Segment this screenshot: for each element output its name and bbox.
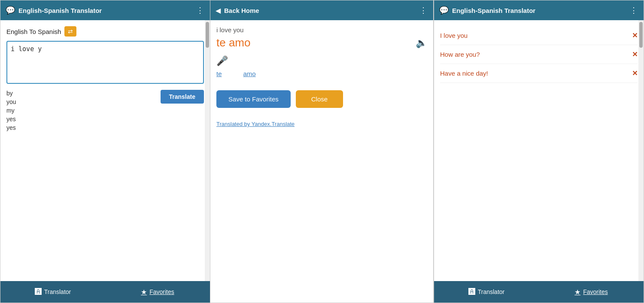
favorite-delete-button[interactable]: ✕ (632, 31, 638, 40)
left-translator-tab[interactable]: 🅰 Translator (0, 281, 105, 303)
left-dots-menu[interactable]: ⋮ (196, 6, 205, 15)
left-header-title: English-Spanish Translator (18, 7, 196, 14)
right-favorites-tab[interactable]: ★ Favorites (539, 281, 644, 303)
yandex-link[interactable]: Translated by Yandex.Translate (216, 121, 427, 127)
suggestions-list: by you my yes yes (6, 90, 16, 131)
suggestion-my[interactable]: my (6, 107, 16, 114)
middle-body: i love you te amo 🔈 🎤 te amo Save to Fav… (210, 20, 433, 303)
left-panel: 💬 English-Spanish Translator ⋮ English T… (0, 0, 210, 303)
right-body: I love you✕How are you?✕Have a nice day!… (434, 20, 644, 281)
translated-text: te amo (216, 36, 251, 49)
right-chat-icon: 💬 (439, 6, 449, 15)
right-footer: 🅰 Translator ★ Favorites (434, 281, 644, 303)
right-translator-tab-label: Translator (478, 288, 505, 295)
left-translator-tab-label: Translator (44, 288, 71, 295)
lang-toggle-label: English To Spanish (6, 28, 61, 35)
favorite-text: How are you? (440, 51, 480, 58)
lang-toggle-row: English To Spanish ⇄ (6, 26, 204, 37)
suggestion-yes2[interactable]: yes (6, 124, 16, 131)
middle-panel: ◀ Back Home ⋮ i love you te amo 🔈 🎤 te a… (210, 0, 434, 303)
chat-icon: 💬 (6, 6, 15, 15)
mic-row: 🎤 (216, 55, 427, 67)
source-text: i love you (216, 26, 427, 34)
favorites-list: I love you✕How are you?✕Have a nice day!… (440, 26, 638, 83)
word-breakdown: te amo (216, 70, 427, 77)
middle-actions: Save to Favorites Close (216, 90, 427, 108)
right-scrollbar[interactable] (638, 20, 644, 281)
right-dots-menu[interactable]: ⋮ (630, 6, 638, 15)
lang-toggle-button[interactable]: ⇄ (64, 26, 76, 37)
favorite-item: I love you✕ (440, 26, 638, 45)
left-body: English To Spanish ⇄ i love y by you my … (0, 20, 210, 281)
left-footer: 🅰 Translator ★ Favorites (0, 281, 210, 303)
suggestion-by[interactable]: by (6, 90, 16, 97)
right-translator-tab-icon: 🅰 (468, 288, 475, 296)
favorite-delete-button[interactable]: ✕ (632, 50, 638, 58)
right-header-title: English-Spanish Translator (452, 7, 630, 14)
mic-icon[interactable]: 🎤 (216, 55, 228, 66)
translate-input[interactable]: i love y (6, 41, 204, 84)
favorite-text: Have a nice day! (440, 70, 488, 77)
speaker-icon[interactable]: 🔈 (416, 37, 427, 49)
left-scroll-thumb (206, 22, 209, 48)
close-button[interactable]: Close (296, 90, 343, 108)
word-te[interactable]: te (216, 70, 222, 77)
favorite-item: How are you?✕ (440, 45, 638, 64)
middle-header: ◀ Back Home ⋮ (210, 0, 433, 20)
favorite-text: I love you (440, 32, 468, 39)
favorite-delete-button[interactable]: ✕ (632, 69, 638, 77)
suggestion-yes1[interactable]: yes (6, 116, 16, 122)
favorite-item: Have a nice day!✕ (440, 64, 638, 83)
translation-row: te amo 🔈 (216, 36, 427, 49)
right-favorites-tab-icon: ★ (574, 288, 580, 296)
save-favorites-button[interactable]: Save to Favorites (216, 90, 291, 108)
translate-row: by you my yes yes Translate (6, 90, 204, 131)
right-header: 💬 English-Spanish Translator ⋮ (434, 0, 644, 20)
left-scrollbar[interactable] (205, 20, 210, 281)
suggestion-you[interactable]: you (6, 98, 16, 105)
middle-header-title: Back Home (224, 7, 419, 14)
right-scroll-thumb (639, 22, 643, 48)
middle-dots-menu[interactable]: ⋮ (419, 6, 428, 15)
favorites-tab-icon-left: ★ (141, 288, 147, 296)
left-header: 💬 English-Spanish Translator ⋮ (0, 0, 210, 20)
back-icon: ◀ (216, 6, 221, 15)
translate-button[interactable]: Translate (161, 90, 204, 104)
right-panel: 💬 English-Spanish Translator ⋮ I love yo… (434, 0, 644, 303)
translator-tab-icon: 🅰 (35, 288, 42, 296)
left-favorites-tab[interactable]: ★ Favorites (105, 281, 210, 303)
word-amo[interactable]: amo (243, 70, 256, 77)
right-favorites-tab-label: Favorites (583, 288, 608, 295)
right-translator-tab[interactable]: 🅰 Translator (434, 281, 539, 303)
left-favorites-tab-label: Favorites (149, 288, 174, 295)
